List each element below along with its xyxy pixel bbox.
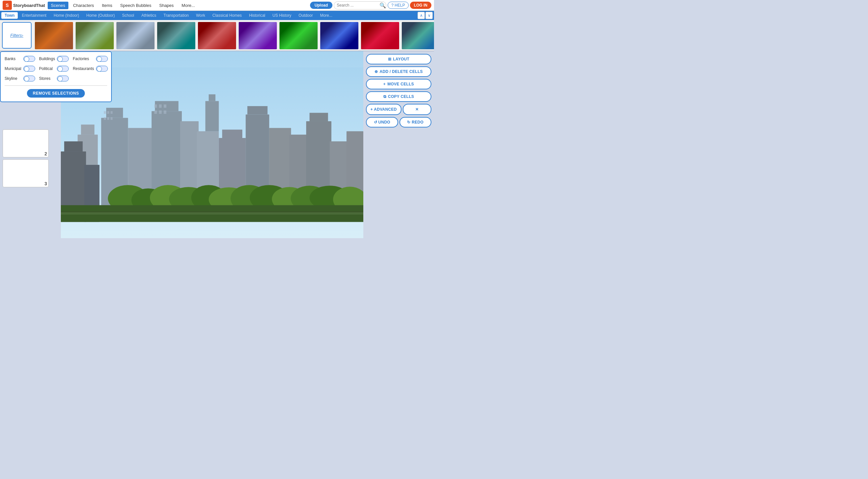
storyboard-cell-3[interactable]: 3: [3, 159, 49, 187]
svg-rect-15: [247, 106, 267, 115]
cat-more[interactable]: More...: [317, 12, 335, 19]
left-sidebar: Banks Municipal Skyline Building: [0, 51, 61, 238]
filter-row-banks: Banks: [5, 56, 35, 62]
svg-rect-28: [154, 104, 157, 108]
cell-number-2: 2: [44, 151, 47, 157]
nav-scenes[interactable]: Scenes: [48, 2, 68, 9]
filter-toggle-buildings[interactable]: [57, 56, 69, 62]
cat-work[interactable]: Work: [193, 12, 209, 19]
cat-outdoor[interactable]: Outdoor: [295, 12, 316, 19]
filter-row-buildings: Buildings: [39, 56, 69, 62]
layout-button[interactable]: ⊞ LAYOUT: [366, 54, 431, 64]
copy-cells-label: COPY CELLS: [388, 94, 414, 99]
svg-rect-7: [155, 101, 179, 111]
scene-strip: Filters›: [0, 20, 434, 51]
add-delete-cells-button[interactable]: ⊕ ADD / DELETE CELLS: [366, 66, 431, 77]
nav-more[interactable]: More...: [178, 2, 198, 9]
scene-thumb-8[interactable]: [319, 21, 359, 50]
scene-thumb-5[interactable]: [197, 21, 237, 50]
scene-thumb-4[interactable]: [156, 21, 196, 50]
arrow-prev[interactable]: ∧: [417, 12, 425, 19]
cat-transportation[interactable]: Transportation: [160, 12, 192, 19]
help-button[interactable]: ? HELP: [388, 2, 408, 9]
arrow-next[interactable]: ∨: [426, 12, 433, 19]
cat-athletics[interactable]: Athletics: [138, 12, 159, 19]
move-cells-button[interactable]: + MOVE CELLS: [366, 79, 431, 89]
move-cells-label: MOVE CELLS: [387, 82, 414, 87]
scene-thumb-3[interactable]: [116, 21, 155, 50]
filter-toggle-stores[interactable]: [57, 75, 69, 81]
search-icon[interactable]: 🔍: [379, 2, 386, 8]
filter-label-buildings: Buildings: [39, 57, 55, 61]
scene-thumb-9[interactable]: [360, 21, 400, 50]
undo-label: ↺ UNDO: [374, 120, 390, 125]
svg-rect-2: [81, 125, 94, 135]
svg-rect-19: [309, 113, 328, 121]
scene-thumb-2[interactable]: [75, 21, 115, 50]
cat-town[interactable]: Town: [1, 12, 18, 19]
filter-grid: Banks Municipal Skyline Building: [5, 56, 107, 81]
cat-entertainment[interactable]: Entertainment: [19, 12, 50, 19]
svg-rect-25: [104, 117, 106, 120]
cat-home-outdoor[interactable]: Home (Outdoor): [83, 12, 118, 19]
cat-us-history[interactable]: US History: [269, 12, 294, 19]
scene-thumb-1[interactable]: [34, 21, 74, 50]
filter-label-municipal: Municipal: [5, 66, 21, 71]
logo-icon: S: [3, 1, 12, 10]
svg-rect-30: [164, 104, 166, 108]
remove-selections-button[interactable]: REMOVE SELECTIONS: [27, 89, 85, 98]
filter-toggle-municipal[interactable]: [23, 66, 35, 72]
cat-nav-arrows: ∧ ∨: [417, 12, 433, 19]
filter-toggle-skyline[interactable]: [23, 75, 35, 81]
svg-rect-50: [61, 212, 363, 214]
filter-label-restaurants: Restaurants: [73, 66, 94, 71]
svg-rect-29: [159, 104, 161, 108]
cat-historical[interactable]: Historical: [246, 12, 268, 19]
svg-rect-32: [159, 110, 161, 114]
undo-redo-row: ↺ UNDO ↻ REDO: [366, 117, 431, 128]
search-input[interactable]: [337, 3, 379, 7]
advanced-row: + ADVANCED ✕: [366, 104, 431, 115]
scene-thumb-7[interactable]: [279, 21, 318, 50]
cell-number-3: 3: [44, 181, 47, 186]
cell-container-3: 3: [3, 159, 58, 187]
storyboard-cell-2[interactable]: 2: [3, 130, 49, 158]
svg-rect-27: [111, 117, 113, 120]
advanced-button[interactable]: + ADVANCED: [366, 104, 401, 115]
move-icon: +: [383, 82, 386, 87]
upload-button[interactable]: Upload: [310, 2, 333, 9]
filter-panel: Banks Municipal Skyline Building: [0, 51, 112, 102]
cat-home-indoor[interactable]: Home (Indoor): [50, 12, 82, 19]
filter-toggle-restaurants[interactable]: [96, 66, 108, 72]
advanced-label: + ADVANCED: [371, 107, 397, 112]
svg-rect-22: [104, 111, 106, 114]
filter-label-political: Political: [39, 66, 53, 71]
expand-button[interactable]: ✕: [403, 104, 432, 115]
filter-row-municipal: Municipal: [5, 66, 35, 72]
filter-toggle-political[interactable]: [57, 66, 69, 72]
scene-thumb-6[interactable]: [238, 21, 278, 50]
redo-button[interactable]: ↻ REDO: [400, 117, 432, 128]
filter-label-factories: Factories: [73, 57, 89, 61]
layout-icon: ⊞: [388, 57, 391, 62]
filters-button[interactable]: Filters›: [2, 22, 32, 48]
undo-button[interactable]: ↺ UNDO: [366, 117, 398, 128]
cat-classical-homes[interactable]: Classical Homes: [209, 12, 245, 19]
copy-cells-button[interactable]: ⧉ COPY CELLS: [366, 91, 431, 102]
filter-toggle-factories[interactable]: [96, 56, 108, 62]
filter-label-skyline: Skyline: [5, 76, 18, 81]
nav-characters[interactable]: Characters: [70, 2, 97, 9]
nav-items[interactable]: Items: [99, 2, 116, 9]
filter-col-2: Buildings Political Stores: [39, 56, 69, 81]
svg-rect-31: [154, 110, 157, 114]
filter-row-restaurants: Restaurants: [73, 66, 108, 72]
filter-label-stores: Stores: [39, 76, 51, 81]
filter-toggle-banks[interactable]: [23, 56, 35, 62]
nav-shapes[interactable]: Shapes: [156, 2, 177, 9]
filter-label-banks: Banks: [5, 57, 16, 61]
svg-rect-33: [164, 110, 166, 114]
login-button[interactable]: LOG IN: [410, 2, 431, 9]
scene-thumb-10[interactable]: [401, 21, 434, 50]
cat-school[interactable]: School: [119, 12, 137, 19]
nav-speech-bubbles[interactable]: Speech Bubbles: [117, 2, 155, 9]
